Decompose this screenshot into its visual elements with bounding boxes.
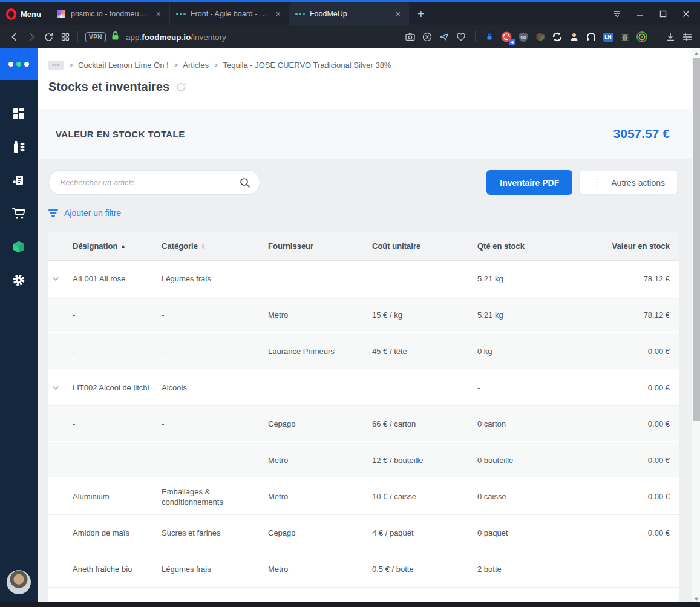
table-row[interactable]: Aneth fraîche bioLégumes fraisMetro0.5 €… (48, 551, 679, 588)
opera-logo-icon (6, 8, 16, 20)
table-row[interactable]: AluminiumEmballages & conditionnementsMe… (48, 479, 679, 515)
tab-jira[interactable]: Front - Agile board - Jira × (169, 2, 289, 25)
table-row[interactable]: AIL001 Ail roseLégumes frais5.21 kg78.12… (48, 261, 679, 297)
tab-close-icon[interactable]: × (273, 8, 283, 20)
gear-icon (11, 273, 26, 287)
maximize-button[interactable] (653, 5, 673, 23)
cube-extension-icon[interactable] (534, 30, 547, 44)
cell-designation: Aneth fraîche bio (73, 564, 162, 574)
tab-prismic[interactable]: prismic.io - foodmeup-land × (50, 2, 169, 25)
add-filter-label: Ajouter un filtre (64, 208, 121, 218)
bookmark-heart-icon[interactable] (454, 30, 468, 44)
back-button[interactable] (6, 28, 23, 45)
tab-close-icon[interactable]: × (154, 8, 163, 20)
cell-qte-en-stock: 5.21 kg (477, 274, 606, 284)
dashboard-icon (11, 107, 26, 121)
speed-dial-icon[interactable] (57, 28, 74, 45)
url-field[interactable]: app.foodmeup.io/inventory (126, 33, 404, 42)
sync-extension-icon[interactable] (551, 30, 564, 44)
user-avatar[interactable] (7, 570, 31, 594)
bug-extension-icon[interactable] (618, 30, 632, 44)
sidebar-item-settings[interactable] (0, 263, 38, 297)
column-valeur-en-stock[interactable]: Valeur en stock (606, 241, 679, 251)
other-actions-button[interactable]: ⋮ Autres actions (580, 170, 678, 195)
cell-fournisseur: Metro (268, 491, 372, 502)
inventory-box-icon (11, 239, 27, 255)
cell-valeur-en-stock: 0.00 € (606, 491, 679, 502)
column-cout-unitaire[interactable]: Coût unitaire (372, 241, 477, 251)
vpn-badge[interactable]: VPN (85, 32, 106, 42)
password-lock-extension-icon[interactable] (483, 30, 496, 44)
table-row[interactable] (48, 588, 679, 604)
cell-cout-unitaire: 10 € / caisse (372, 491, 477, 502)
recipes-icon (11, 173, 26, 188)
other-actions-label: Autres actions (611, 178, 665, 188)
tab-title: FoodMeUp (310, 10, 388, 18)
forward-button[interactable] (23, 28, 40, 45)
column-fournisseur[interactable]: Fournisseur (268, 241, 372, 251)
cell-categorie: - (162, 346, 268, 356)
breadcrumb-ellipsis[interactable]: ••• (48, 61, 64, 70)
chevron-down-icon[interactable] (51, 275, 60, 283)
table-row[interactable]: --Laurance Primeurs45 € / tête0 kg0.00 € (48, 333, 679, 370)
table-row[interactable]: --Metro15 € / kg5.21 kg78.12 € (48, 297, 679, 333)
sessionbox-extension-icon[interactable]: 4 (500, 30, 513, 44)
opera-menu-button[interactable]: Menu (0, 2, 50, 25)
window-controls (607, 5, 700, 23)
column-qte-en-stock[interactable]: Qté en stock (477, 241, 606, 251)
breadcrumb-link-workspace[interactable]: Cocktail Lemon Lime On ! (78, 61, 169, 70)
cell-cout-unitaire: 12 € / bouteille (372, 455, 477, 465)
foodmeup-logo[interactable] (0, 48, 38, 80)
snapshot-camera-icon[interactable] (404, 30, 417, 44)
new-tab-button[interactable]: + (409, 7, 433, 21)
table-row[interactable]: --Metro12 € / bouteille0 bouteille0.00 € (48, 442, 679, 479)
tab-search-icon[interactable] (607, 5, 627, 23)
table-row[interactable]: --Cepago66 € / carton0 carton0.00 € (48, 406, 679, 442)
chevron-down-icon[interactable] (51, 384, 60, 392)
table-row[interactable]: LIT002 Alcool de litchiAlcools-0.00 € (48, 370, 679, 406)
scrollbar-thumb[interactable] (693, 58, 700, 421)
sidebar-item-inventory[interactable] (0, 230, 38, 263)
table-header: Désignation ▲ Catégorie ▲▼ Fournisseur C… (48, 232, 679, 261)
tab-close-icon[interactable]: × (393, 8, 403, 20)
sidebar-item-products[interactable] (0, 130, 38, 163)
ublock-origin-icon[interactable]: UO (517, 30, 530, 44)
table-row[interactable]: Amidon de maïsSucres et farinesCepago4 €… (48, 515, 679, 551)
total-stock-label: VALEUR EN STOCK TOTALE (56, 129, 185, 139)
search-icon[interactable] (239, 177, 251, 189)
column-categorie[interactable]: Catégorie ▲▼ (162, 241, 268, 251)
refresh-icon[interactable] (175, 82, 186, 93)
total-stock-value: 3057.57 € (613, 126, 670, 141)
scroll-up-arrow[interactable]: ▲ (692, 48, 700, 58)
ingredients-icon (11, 139, 27, 155)
page-scrollbar[interactable]: ▲ ▼ (692, 48, 700, 607)
reload-button[interactable] (40, 28, 57, 45)
close-button[interactable] (676, 5, 696, 23)
person-extension-icon[interactable] (568, 30, 581, 44)
sidebar-item-dashboard[interactable] (0, 97, 38, 130)
column-designation[interactable]: Désignation ▲ (73, 241, 162, 251)
headset-extension-icon[interactable] (584, 30, 598, 44)
sidebar-settings-icon[interactable] (681, 30, 694, 44)
downloads-icon[interactable] (664, 30, 677, 44)
breadcrumb-current[interactable]: Tequila - JOSE CUERVO Tradicional Silver… (223, 61, 391, 70)
sidebar-item-recipes[interactable] (0, 163, 38, 197)
add-filter-link[interactable]: Ajouter un filtre (48, 208, 121, 218)
sidebar-item-orders[interactable] (0, 197, 38, 230)
cell-qte-en-stock: - (477, 382, 606, 393)
my-flow-icon[interactable] (437, 30, 451, 44)
tab-foodmeup[interactable]: FoodMeUp × (289, 2, 409, 25)
cell-valeur-en-stock: 0.00 € (606, 455, 679, 465)
search-input[interactable] (60, 178, 239, 187)
cell-qte-en-stock: 0 paquet (477, 528, 606, 538)
page-title: Stocks et inventaires (48, 80, 169, 94)
secure-lock-icon[interactable] (111, 31, 120, 43)
extension-badge: 4 (509, 39, 515, 45)
target-extension-icon[interactable] (635, 30, 649, 44)
adblock-shield-icon[interactable] (420, 30, 434, 44)
breadcrumb-link-articles[interactable]: Articles (183, 61, 209, 70)
minimize-button[interactable] (630, 5, 650, 23)
breadcrumb-separator: > (214, 61, 218, 70)
inventory-pdf-button[interactable]: Inventaire PDF (486, 170, 572, 195)
lighthouse-extension-icon[interactable]: LH (601, 30, 615, 44)
